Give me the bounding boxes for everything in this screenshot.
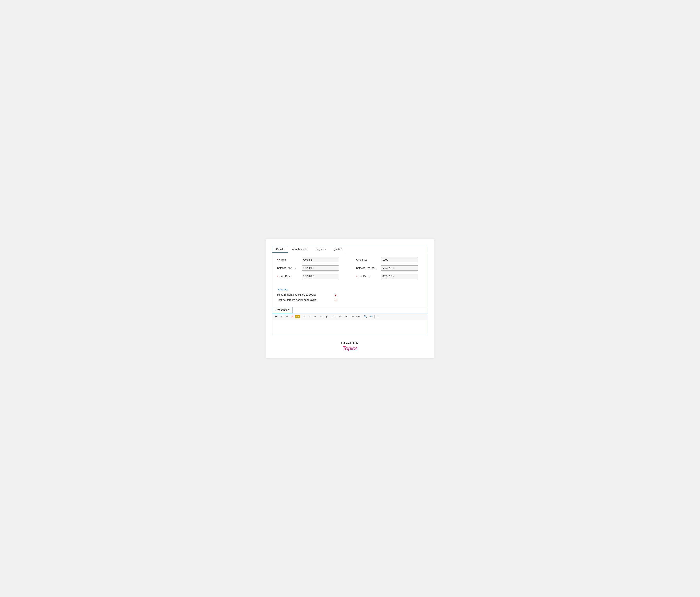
requirements-label: Requirements assigned to cycle: xyxy=(277,293,335,296)
end-date-input[interactable] xyxy=(381,273,418,279)
indent-button[interactable]: ⇥ xyxy=(313,314,318,319)
release-start-input[interactable] xyxy=(302,265,339,271)
release-end-input[interactable] xyxy=(381,265,418,271)
font-color-button[interactable]: A xyxy=(290,314,295,319)
undo-button[interactable]: ↶ xyxy=(338,314,343,319)
editor-content[interactable] xyxy=(272,320,428,335)
release-end-label: Release End Da... xyxy=(356,267,381,269)
highlight-button[interactable]: ab xyxy=(295,315,300,318)
outdent-button[interactable]: ⇤ xyxy=(318,314,323,319)
bold-button[interactable]: B xyxy=(274,314,279,319)
editor-toolbar: B I U A ab ≡ ≡ ⇥ ⇤ ¶→ ←¶ ↶ ↷ xyxy=(272,313,428,320)
testset-label: Test set folders assigned to cycle: xyxy=(277,298,335,302)
separator-3 xyxy=(336,315,337,318)
start-date-label: Start Date: xyxy=(277,274,302,278)
form-row-release: Release Start D... Release End Da... xyxy=(277,265,423,271)
zoom-out-button[interactable]: 🔍 xyxy=(363,314,368,319)
tab-quality[interactable]: Quality xyxy=(329,246,346,253)
name-label: Name: xyxy=(277,258,302,261)
branding: SCALER Topics xyxy=(272,341,428,352)
rtl-button[interactable]: ←¶ xyxy=(331,314,335,319)
image-button[interactable]: ☐ xyxy=(376,314,380,319)
branding-scaler: SCALER xyxy=(272,341,428,345)
requirements-value[interactable]: 0 xyxy=(335,293,336,296)
stats-row-testset: Test set folders assigned to cycle: 0 xyxy=(277,298,423,302)
form-col-name: Name: xyxy=(277,257,344,262)
cycle-id-label: Cycle ID: xyxy=(356,258,381,261)
form-area: Name: Cycle ID: Release Start D... Relea… xyxy=(272,253,428,286)
form-col-release-end: Release End Da... xyxy=(356,265,423,271)
separator-2 xyxy=(324,315,324,318)
statistics-area: Statistics: Requirements assigned to cyc… xyxy=(272,286,428,307)
testset-value[interactable]: 0 xyxy=(335,298,336,302)
table-icon: ⊞ xyxy=(352,315,354,318)
form-col-start-date: Start Date: xyxy=(277,273,344,279)
form-row-dates: Start Date: End Date: xyxy=(277,273,423,279)
statistics-title: Statistics: xyxy=(277,288,423,291)
cycle-id-input[interactable] xyxy=(381,257,418,262)
separator-1 xyxy=(301,315,301,318)
ltr-button[interactable]: ¶→ xyxy=(325,314,330,319)
unordered-list-button[interactable]: ≡ xyxy=(302,314,307,319)
desc-tab-bar: Description xyxy=(272,307,428,313)
redo-button[interactable]: ↷ xyxy=(343,314,348,319)
separator-6 xyxy=(374,315,375,318)
form-col-end-date: End Date: xyxy=(356,273,423,279)
tab-bar: Details Attachments Progress Quality xyxy=(272,246,428,253)
main-panel: Details Attachments Progress Quality Nam… xyxy=(272,245,428,335)
description-section: Description B I U A ab ≡ ≡ ⇥ ⇤ ¶→ ←¶ xyxy=(272,307,428,335)
branding-topics: Topics xyxy=(272,345,428,352)
ordered-list-button[interactable]: ≡ xyxy=(307,314,312,319)
form-col-cycleid: Cycle ID: xyxy=(356,257,423,262)
start-date-input[interactable] xyxy=(302,273,339,279)
tab-progress[interactable]: Progress xyxy=(311,246,329,253)
table-button[interactable]: ⊞ xyxy=(350,314,355,319)
italic-button[interactable]: I xyxy=(279,314,284,319)
release-start-label: Release Start D... xyxy=(277,267,302,269)
form-col-release-start: Release Start D... xyxy=(277,265,344,271)
spell-check-button[interactable]: AB✓ xyxy=(356,314,361,319)
underline-button[interactable]: U xyxy=(284,314,290,319)
stats-row-requirements: Requirements assigned to cycle: 0 xyxy=(277,293,423,296)
name-input[interactable] xyxy=(302,257,339,262)
desc-tab-description[interactable]: Description xyxy=(272,307,293,313)
tab-details[interactable]: Details xyxy=(272,246,288,253)
end-date-label: End Date: xyxy=(356,274,381,278)
form-row-name: Name: Cycle ID: xyxy=(277,257,423,262)
zoom-in-button[interactable]: 🔎 xyxy=(368,314,373,319)
page-wrapper: Details Attachments Progress Quality Nam… xyxy=(266,239,434,358)
tab-attachments[interactable]: Attachments xyxy=(288,246,311,253)
